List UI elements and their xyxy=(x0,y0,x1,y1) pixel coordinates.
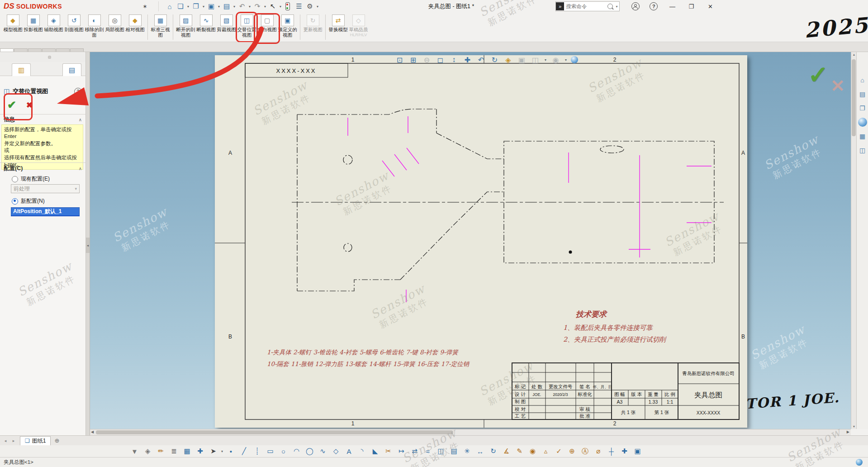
note-tool-icon[interactable]: ✎ xyxy=(513,446,526,456)
grid-icon[interactable]: ▦ xyxy=(180,446,194,456)
search-caret-icon[interactable]: ▾ xyxy=(616,5,617,9)
existing-config-radio[interactable]: 现有配置(E) xyxy=(12,175,50,183)
horizontal-scrollbar[interactable]: ◀ ▶ xyxy=(90,429,851,436)
mirror-tool-icon[interactable]: ◫ xyxy=(434,446,447,456)
doc-close-icon[interactable] xyxy=(841,54,849,61)
config-section-header[interactable]: 配置(C)∧ xyxy=(0,164,85,173)
appearances-icon[interactable] xyxy=(858,118,867,127)
open-caret[interactable]: ▾ xyxy=(201,1,206,11)
collapse-chevron-icon[interactable]: ∧ xyxy=(79,166,82,171)
sheet-nav-right-icon[interactable]: ▸ xyxy=(11,438,16,443)
trim-tool-icon[interactable]: ✂ xyxy=(382,446,395,456)
new-document-icon[interactable]: ❏ xyxy=(175,1,186,11)
btn-standard-3-view[interactable]: ▦ 标准三视图 xyxy=(150,13,171,42)
select-caret[interactable]: ▾ xyxy=(278,1,283,11)
vertical-scroll-thumb[interactable] xyxy=(852,59,856,136)
open-icon[interactable]: ❐ xyxy=(190,1,201,11)
property-manager-tab[interactable]: ▥ xyxy=(12,63,31,76)
select-tool-icon[interactable]: ➤ xyxy=(207,446,220,456)
hide-show-caret[interactable]: ▾ xyxy=(564,55,568,65)
existing-config-select[interactable]: 前处理 ▾ xyxy=(11,184,80,193)
help-icon[interactable]: ? xyxy=(650,2,658,10)
print-icon[interactable]: ▤ xyxy=(221,1,232,11)
convert-entities-icon[interactable]: ⇄ xyxy=(408,446,421,456)
doc-restore-group-icon[interactable] xyxy=(800,54,807,61)
arc-tool-icon[interactable]: ◠ xyxy=(290,446,303,456)
scroll-right-icon[interactable]: ▶ xyxy=(847,430,849,434)
search-icon[interactable] xyxy=(607,4,613,9)
circular-pattern-icon[interactable]: ✳ xyxy=(460,446,474,456)
pin-icon[interactable]: ✶ xyxy=(142,3,147,10)
surface-finish-icon[interactable]: ✓ xyxy=(552,446,565,456)
snap-icon[interactable]: ✚ xyxy=(194,446,207,456)
geometric-tolerance-icon[interactable]: ⊕ xyxy=(565,446,579,456)
options-list-icon[interactable]: ☰ xyxy=(294,1,304,11)
sheet-tab-active[interactable]: ❏ 图纸1 xyxy=(20,436,51,445)
panel-collapse-handle[interactable]: ◂ xyxy=(86,238,90,253)
line-tool-icon[interactable]: ╱ xyxy=(237,446,251,456)
tab-addins[interactable] xyxy=(70,48,84,52)
btn-replace-model[interactable]: ⇄ 替换模型 xyxy=(328,13,348,42)
redo-caret[interactable]: ▾ xyxy=(263,1,267,11)
search-input[interactable] xyxy=(564,4,607,9)
move-tool-icon[interactable]: ↔ xyxy=(474,446,487,456)
fillet-tool-icon[interactable]: ◝ xyxy=(356,446,369,456)
btn-draft-quality[interactable]: ◇ 草稿品质 HLR/HLV xyxy=(348,13,369,42)
spline-tool-icon[interactable]: ∿ xyxy=(316,446,329,456)
balloon-tool-icon[interactable]: ◉ xyxy=(526,446,539,456)
design-library-icon[interactable]: ▤ xyxy=(858,90,867,99)
tab-sketch[interactable] xyxy=(28,48,42,52)
rotate-3d-icon[interactable]: ◈ xyxy=(503,55,513,65)
menu-file[interactable] xyxy=(73,4,84,9)
new-config-radio[interactable]: 新配置(N) xyxy=(12,197,45,205)
pane-extra-icon[interactable]: ◫ xyxy=(858,146,867,155)
smart-dimension-icon[interactable]: ∡ xyxy=(500,446,513,456)
close-button[interactable]: ✕ xyxy=(706,3,715,10)
user-account-icon[interactable] xyxy=(631,2,640,10)
redo-icon[interactable]: ↷ xyxy=(252,1,263,11)
drawing-sheet[interactable]: 1212ABABXXXX-XXX技术要求1、装配后夹具各零件连接可靠2、夹具正式… xyxy=(215,55,747,428)
minimize-button[interactable]: — xyxy=(668,3,677,10)
btn-removed-section[interactable]: ◐ 移除的剖面 xyxy=(84,13,104,42)
btn-projected-view[interactable]: ▦ 投影视图 xyxy=(23,13,43,42)
display-style-caret[interactable]: ▾ xyxy=(544,55,547,65)
centerline-tool-icon[interactable]: ┊ xyxy=(251,446,264,456)
custom-properties-icon[interactable]: ▦ xyxy=(858,132,867,141)
datum-feature-icon[interactable]: Ⓐ xyxy=(579,446,592,456)
filter-funnel-icon[interactable]: ▼ xyxy=(128,446,141,456)
tab-dimension[interactable] xyxy=(42,48,56,52)
panel-help-icon[interactable]: ? xyxy=(74,88,82,95)
menu-tools[interactable] xyxy=(116,4,127,9)
zoom-out-icon[interactable]: ⊖ xyxy=(422,55,432,65)
btn-update-view[interactable]: ↻ 更新视图 xyxy=(303,13,323,42)
new-config-name-input[interactable]: AltPosition_默认_1 xyxy=(11,207,80,216)
collapse-chevron-icon[interactable]: ∧ xyxy=(79,117,82,122)
previous-view-icon[interactable]: ↶ xyxy=(476,55,486,65)
offset-tool-icon[interactable]: ≈ xyxy=(421,446,434,456)
resources-icon[interactable]: ⌂ xyxy=(858,76,867,85)
horizontal-scroll-thumb[interactable] xyxy=(96,430,453,434)
block-tool-icon[interactable]: ▣ xyxy=(631,446,644,456)
doc-restore-icon[interactable] xyxy=(831,54,838,61)
tab-drawing[interactable] xyxy=(0,48,14,52)
filter-settings-icon[interactable]: ◈ xyxy=(141,446,154,456)
menu-view[interactable] xyxy=(95,4,105,9)
restore-button[interactable]: ❐ xyxy=(687,3,696,10)
btn-auxiliary-view[interactable]: ◈ 辅助视图 xyxy=(43,13,64,42)
new-caret[interactable]: ▾ xyxy=(186,1,190,11)
rebuild-traffic-light-icon[interactable] xyxy=(285,2,290,10)
menu-window[interactable] xyxy=(127,4,138,9)
btn-relative-view[interactable]: ◆ 相对视图 xyxy=(125,13,145,42)
btn-broken-out-section[interactable]: ▨ 断开的剖视图 xyxy=(175,13,196,42)
zoom-to-area-icon[interactable]: ⊞ xyxy=(408,55,418,65)
tab-annotation[interactable] xyxy=(14,48,28,52)
btn-break-view[interactable]: ∿ 断裂视图 xyxy=(196,13,216,42)
btn-predefined-view[interactable]: ▣ 预定义的视图 xyxy=(277,13,298,42)
file-explorer-icon[interactable]: ❐ xyxy=(858,104,867,113)
gear-icon[interactable]: ⚙ xyxy=(304,1,315,11)
center-mark-icon[interactable]: ✚ xyxy=(618,446,631,456)
print-caret[interactable]: ▾ xyxy=(232,1,237,11)
extend-tool-icon[interactable]: ↦ xyxy=(395,446,408,456)
sheet-nav-left-icon[interactable]: ◂ xyxy=(3,438,8,443)
text-tool-icon[interactable]: A xyxy=(342,446,356,456)
